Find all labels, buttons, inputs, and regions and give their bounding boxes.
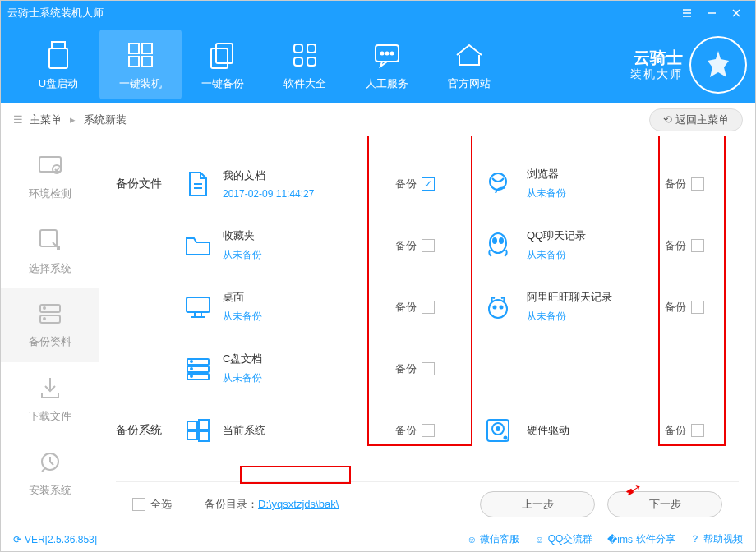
knight-icon — [689, 36, 747, 94]
link-share[interactable]: �ims软件分享 — [607, 532, 675, 546]
svg-rect-14 — [294, 44, 302, 53]
svg-rect-49 — [187, 421, 197, 430]
desktop-icon — [173, 295, 223, 320]
svg-point-21 — [391, 52, 394, 54]
document-icon — [173, 170, 223, 198]
link-wechat[interactable]: ☺微信客服 — [467, 532, 519, 546]
header-nav: U盘启动 一键装机 一键备份 软件大全 人工服务 官方网站 云骑士装机大师 — [1, 25, 755, 104]
breadcrumb: ☰ 主菜单 ▸ 系统新装 ⟲ 返回主菜单 — [1, 104, 755, 136]
crumb-main[interactable]: 主菜单 — [30, 113, 62, 127]
prev-button[interactable]: 上一步 — [480, 491, 595, 518]
nav-website[interactable]: 官方网站 — [428, 30, 510, 99]
svg-rect-15 — [307, 44, 316, 53]
menu-icon[interactable] — [675, 1, 699, 25]
svg-point-19 — [381, 52, 384, 54]
svg-rect-51 — [187, 431, 197, 439]
titlebar: 云骑士系统装机大师 — [1, 1, 755, 25]
svg-point-42 — [500, 306, 503, 308]
version-label[interactable]: ⟳VER[2.5.36.853] — [13, 534, 97, 545]
backup-dir: 备份目录：D:\yqsxtzjds\bak\ — [205, 497, 339, 512]
svg-point-40 — [489, 300, 507, 318]
sidebar-env-check[interactable]: 环境检测 — [1, 140, 99, 214]
nav-one-click-install[interactable]: 一键装机 — [99, 30, 182, 99]
sidebar-select-system[interactable]: 选择系统 — [1, 214, 99, 288]
section-files-label: 备份文件 — [116, 177, 173, 191]
svg-point-56 — [505, 436, 507, 439]
brand-logo: 云骑士装机大师 — [630, 36, 747, 94]
sidebar: 环境检测 选择系统 备份资料 下载文件 安装系统 — [1, 136, 99, 527]
main-content: 备份文件 我的文档2017-02-09 11:44:27 备份 浏览器从未备份 … — [99, 136, 755, 527]
wangwang-icon — [469, 294, 527, 320]
svg-rect-11 — [142, 57, 152, 67]
sidebar-backup-data[interactable]: 备份资料 — [1, 288, 99, 362]
select-all[interactable]: 全选 — [132, 497, 172, 512]
disk-icon — [469, 417, 527, 444]
svg-rect-9 — [142, 44, 152, 53]
qq-icon — [469, 232, 527, 260]
svg-rect-16 — [294, 58, 302, 66]
svg-rect-17 — [307, 58, 316, 66]
svg-point-28 — [44, 318, 45, 320]
refresh-icon: ⟳ — [13, 534, 21, 545]
annotation-box — [658, 136, 726, 446]
svg-point-34 — [493, 238, 496, 243]
minimize-icon[interactable] — [699, 1, 724, 25]
svg-rect-12 — [216, 44, 233, 63]
qq-small-icon: ☺ — [534, 534, 544, 545]
crumb-sub: 系统新装 — [84, 113, 127, 127]
server-icon — [173, 356, 223, 381]
svg-point-35 — [500, 238, 503, 243]
return-icon: ⟲ — [663, 113, 672, 126]
help-icon: ？ — [690, 532, 700, 546]
folder-icon — [173, 234, 223, 257]
annotation-box — [240, 466, 351, 484]
backup-dir-link[interactable]: D:\yqsxtzjds\bak\ — [258, 498, 339, 510]
link-help-video[interactable]: ？帮助视频 — [690, 532, 743, 546]
sidebar-download[interactable]: 下载文件 — [1, 362, 99, 436]
link-qq-group[interactable]: ☺QQ交流群 — [534, 532, 592, 546]
share-icon: �ims — [607, 534, 633, 545]
app-title: 云骑士系统装机大师 — [7, 6, 675, 21]
sidebar-install[interactable]: 安装系统 — [1, 436, 99, 510]
svg-point-27 — [44, 307, 45, 309]
svg-point-48 — [191, 375, 192, 377]
menu-list-icon: ☰ — [13, 113, 23, 126]
footer-bar: 全选 备份目录：D:\yqsxtzjds\bak\ 上一步 下一步 — [116, 481, 739, 527]
svg-rect-50 — [199, 420, 209, 430]
svg-point-47 — [191, 368, 192, 370]
browser-icon — [469, 170, 527, 198]
svg-point-46 — [191, 361, 192, 362]
svg-rect-10 — [129, 57, 139, 67]
svg-point-33 — [490, 233, 506, 253]
windows-icon — [173, 417, 223, 444]
wechat-icon: ☺ — [467, 534, 477, 545]
svg-point-20 — [386, 52, 389, 54]
section-sys-label: 备份系统 — [116, 423, 173, 438]
svg-rect-13 — [211, 48, 228, 68]
svg-rect-8 — [129, 44, 139, 53]
status-bar: ⟳VER[2.5.36.853] ☺微信客服 ☺QQ交流群 �ims软件分享 ？… — [1, 527, 755, 551]
nav-software[interactable]: 软件大全 — [264, 30, 346, 99]
chevron-right-icon: ▸ — [70, 113, 76, 126]
nav-support[interactable]: 人工服务 — [346, 30, 428, 99]
checkbox[interactable] — [132, 498, 145, 511]
close-icon[interactable] — [724, 1, 749, 25]
svg-point-55 — [496, 427, 500, 430]
svg-rect-36 — [187, 297, 210, 312]
svg-point-41 — [494, 306, 496, 308]
nav-usb-boot[interactable]: U盘启动 — [17, 30, 99, 99]
svg-rect-7 — [49, 48, 67, 68]
return-main-button[interactable]: ⟲ 返回主菜单 — [649, 108, 743, 131]
next-button[interactable]: 下一步 — [607, 491, 722, 518]
svg-rect-52 — [199, 431, 209, 441]
annotation-box — [367, 136, 472, 446]
svg-rect-6 — [52, 42, 65, 48]
nav-one-click-backup[interactable]: 一键备份 — [182, 30, 264, 99]
